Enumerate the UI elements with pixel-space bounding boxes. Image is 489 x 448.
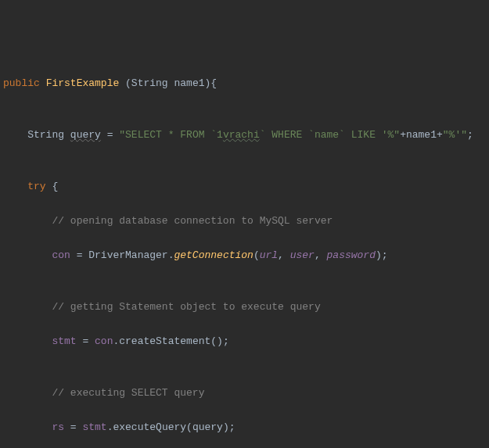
keyword-public: public bbox=[3, 77, 40, 89]
code-editor[interactable]: public FirstExample (String name1){ Stri… bbox=[3, 75, 489, 448]
code-line[interactable]: rs = stmt.executeQuery(query); bbox=[3, 419, 489, 436]
field-stmt: stmt bbox=[82, 421, 106, 433]
var-query-ref: query bbox=[192, 421, 223, 433]
type-string: String bbox=[131, 77, 168, 89]
code-line[interactable]: stmt = con.createStatement(); bbox=[3, 333, 489, 350]
string-literal: "SELECT * FROM `1vrachi` WHERE `name` LI… bbox=[119, 129, 400, 141]
keyword-try: try bbox=[27, 181, 45, 192]
code-line[interactable]: public FirstExample (String name1){ bbox=[3, 75, 489, 92]
method-createstatement: createStatement bbox=[119, 335, 210, 347]
field-con: con bbox=[95, 335, 113, 347]
field-rs: rs bbox=[52, 421, 64, 433]
field-user: user bbox=[290, 249, 315, 261]
var-query: query bbox=[70, 129, 101, 141]
code-line[interactable]: con = DriverManager.getConnection(url, u… bbox=[3, 247, 489, 264]
code-line[interactable]: // opening database connection to MySQL … bbox=[3, 213, 489, 230]
code-line[interactable]: // getting Statement object to execute q… bbox=[3, 299, 489, 316]
method-executequery: executeQuery bbox=[113, 421, 186, 433]
param-name1-ref: name1 bbox=[406, 129, 437, 141]
class-drivermanager: DriverManager bbox=[88, 249, 167, 261]
code-line[interactable]: // executing SELECT query bbox=[3, 385, 489, 402]
field-password: password bbox=[327, 249, 376, 261]
method-name: FirstExample bbox=[46, 77, 120, 89]
type-string: String bbox=[27, 129, 64, 141]
comment: // executing SELECT query bbox=[52, 387, 204, 399]
code-line[interactable]: try { bbox=[3, 178, 489, 195]
field-stmt: stmt bbox=[52, 335, 76, 347]
comment: // getting Statement object to execute q… bbox=[52, 301, 320, 313]
code-line[interactable]: String query = "SELECT * FROM `1vrachi` … bbox=[3, 127, 489, 144]
field-con: con bbox=[52, 249, 70, 261]
comment: // opening database connection to MySQL … bbox=[52, 215, 333, 227]
field-url: url bbox=[260, 249, 278, 261]
param-name1: name1 bbox=[174, 77, 204, 89]
method-getconnection: getConnection bbox=[174, 249, 253, 261]
string-literal: "%'" bbox=[443, 129, 467, 141]
